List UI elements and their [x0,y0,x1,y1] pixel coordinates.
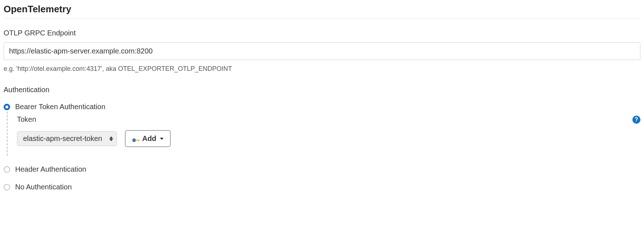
auth-option-bearer-label: Bearer Token Authentication [15,103,105,111]
radio-selected-icon [4,104,10,110]
token-label: Token [17,115,36,124]
bearer-token-block: Token ? elastic-apm-secret-token [7,112,640,156]
section-title: OpenTelemetry [4,4,640,19]
svg-rect-2 [138,140,139,141]
token-select[interactable]: elastic-apm-secret-token [17,131,117,146]
endpoint-label: OTLP GRPC Endpoint [4,29,640,37]
auth-option-none-label: No Authentication [15,183,72,191]
auth-option-header-label: Header Authentication [15,165,86,173]
auth-option-none[interactable]: No Authentication [4,182,640,192]
token-select-value: elastic-apm-secret-token [23,134,102,143]
auth-radio-group: Bearer Token Authentication Token ? elas… [4,102,640,192]
svg-point-0 [132,138,136,142]
add-button[interactable]: Add [125,130,171,147]
endpoint-help-text: e.g. 'http://otel.example.com:4317', aka… [4,65,640,73]
radio-unselected-icon [4,184,10,190]
radio-unselected-icon [4,166,10,173]
key-icon [132,136,140,141]
caret-down-icon [160,138,164,140]
auth-option-bearer[interactable]: Bearer Token Authentication [4,102,640,112]
auth-option-header[interactable]: Header Authentication [4,164,640,174]
help-icon[interactable]: ? [632,116,640,124]
select-arrows-icon [109,136,113,141]
add-button-label: Add [142,134,156,143]
endpoint-input[interactable] [4,42,640,60]
authentication-heading: Authentication [4,86,640,94]
